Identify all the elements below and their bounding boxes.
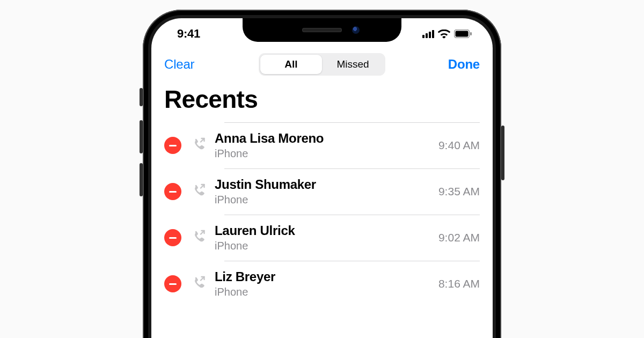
minus-icon [169, 191, 177, 193]
notch [243, 18, 401, 42]
contact-name: Anna Lisa Moreno [215, 131, 438, 146]
call-info: Lauren UlrickiPhone [215, 223, 438, 252]
battery-icon [454, 30, 472, 38]
segment-all[interactable]: All [260, 55, 322, 74]
call-line: iPhone [215, 148, 438, 160]
outgoing-call-icon [191, 182, 207, 201]
volume-down-button[interactable] [140, 163, 143, 196]
call-row[interactable]: Lauren UlrickiPhone9:02 AM [151, 215, 493, 261]
status-right [422, 30, 472, 39]
call-info: Liz BreyeriPhone [215, 269, 438, 298]
outgoing-call-icon [191, 136, 207, 155]
speaker-slot [302, 28, 342, 32]
contact-name: Liz Breyer [215, 269, 438, 284]
call-time: 9:02 AM [438, 231, 480, 244]
delete-button[interactable] [164, 183, 181, 200]
cellular-icon [422, 30, 434, 38]
phone-frame: 9:41 Clear All Mis [143, 10, 501, 338]
call-line: iPhone [215, 240, 438, 252]
volume-up-button[interactable] [140, 120, 143, 153]
call-line: iPhone [215, 194, 438, 206]
svg-rect-1 [456, 31, 469, 37]
power-button[interactable] [501, 126, 504, 180]
call-time: 8:16 AM [438, 277, 480, 290]
page-title: Recents [151, 79, 493, 122]
delete-button[interactable] [164, 275, 181, 292]
contact-name: Justin Shumaker [215, 177, 438, 192]
outgoing-call-icon [191, 229, 207, 247]
recent-calls-list: Anna Lisa MorenoiPhone9:40 AMJustin Shum… [151, 122, 493, 307]
call-info: Anna Lisa MorenoiPhone [215, 131, 438, 159]
wifi-icon [438, 30, 450, 39]
call-row[interactable]: Liz BreyeriPhone8:16 AM [151, 261, 493, 307]
phone-bezel: 9:41 Clear All Mis [148, 15, 496, 338]
delete-button[interactable] [164, 229, 181, 246]
call-line: iPhone [215, 286, 438, 298]
segmented-control[interactable]: All Missed [259, 53, 385, 76]
front-camera [352, 26, 360, 34]
svg-rect-2 [470, 32, 472, 35]
call-row[interactable]: Justin ShumakeriPhone9:35 AM [151, 168, 493, 215]
segment-missed[interactable]: Missed [322, 55, 384, 74]
delete-button[interactable] [164, 137, 181, 154]
done-button[interactable]: Done [431, 57, 480, 72]
contact-name: Lauren Ulrick [215, 223, 438, 238]
outgoing-call-icon [191, 275, 207, 293]
minus-icon [169, 237, 177, 239]
silence-switch[interactable] [140, 88, 143, 106]
call-info: Justin ShumakeriPhone [215, 177, 438, 205]
call-time: 9:40 AM [438, 139, 480, 152]
call-row[interactable]: Anna Lisa MorenoiPhone9:40 AM [151, 122, 493, 168]
nav-bar: Clear All Missed Done [151, 49, 493, 79]
clear-button[interactable]: Clear [164, 57, 213, 72]
minus-icon [169, 145, 177, 146]
status-time: 9:41 [177, 27, 200, 41]
call-time: 9:35 AM [438, 185, 480, 198]
screen: 9:41 Clear All Mis [151, 18, 493, 338]
minus-icon [169, 283, 177, 285]
